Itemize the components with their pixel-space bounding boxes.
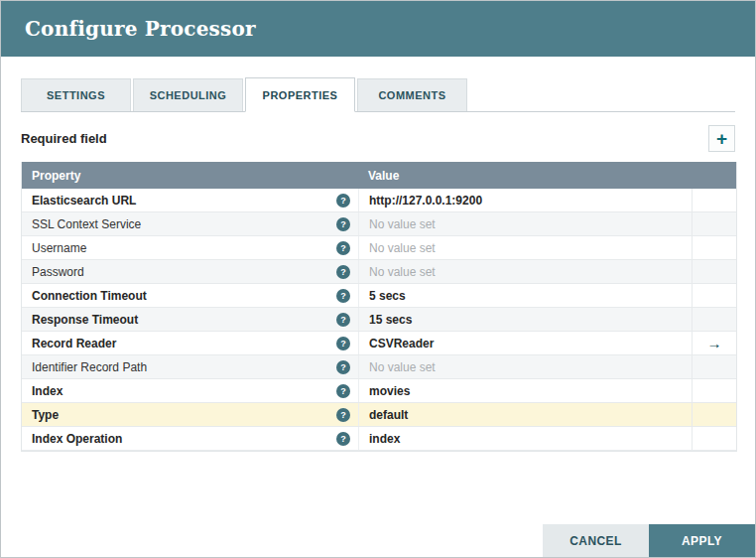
- table-row[interactable]: Elasticsearch URL?http://127.0.0.1:9200: [22, 189, 736, 212]
- property-value: CSVReader: [369, 337, 434, 350]
- row-extra-cell: →: [693, 332, 736, 354]
- help-icon[interactable]: ?: [336, 313, 350, 327]
- property-name: Elasticsearch URL: [32, 194, 136, 208]
- row-extra-cell: [693, 189, 736, 211]
- property-value: 15 secs: [369, 313, 412, 327]
- property-value: No value set: [369, 241, 436, 255]
- property-name: Index Operation: [32, 432, 122, 446]
- value-cell[interactable]: index: [358, 427, 693, 450]
- row-extra-cell: [693, 236, 736, 259]
- table-row[interactable]: Index?movies: [22, 379, 736, 403]
- value-cell[interactable]: http://127.0.0.1:9200: [358, 189, 693, 211]
- go-to-service-icon[interactable]: →: [707, 335, 722, 351]
- dialog-title: Configure Processor: [25, 17, 256, 41]
- property-name: Response Timeout: [32, 313, 138, 327]
- row-extra-cell: [693, 403, 736, 426]
- property-value: movies: [369, 384, 410, 398]
- value-cell[interactable]: No value set: [358, 260, 693, 283]
- row-extra-cell: [693, 379, 736, 402]
- help-icon[interactable]: ?: [336, 432, 350, 446]
- properties-toolbar: Required field +: [21, 124, 735, 152]
- tab-settings[interactable]: SETTINGS: [21, 78, 131, 111]
- help-icon[interactable]: ?: [336, 194, 350, 208]
- property-cell: Username?: [22, 236, 358, 259]
- configure-processor-dialog: Configure Processor SETTINGS SCHEDULING …: [0, 0, 756, 558]
- row-extra-cell: [693, 355, 736, 378]
- property-name: Type: [32, 408, 59, 422]
- table-row[interactable]: Response Timeout?15 secs: [22, 308, 736, 332]
- help-icon[interactable]: ?: [336, 337, 350, 350]
- row-extra-cell: [693, 260, 736, 283]
- property-cell: Password?: [22, 260, 358, 283]
- tab-comments[interactable]: COMMENTS: [357, 78, 467, 111]
- dialog-footer: CANCEL APPLY: [543, 524, 755, 557]
- table-row[interactable]: Username?No value set: [22, 236, 736, 260]
- value-cell[interactable]: No value set: [358, 355, 693, 378]
- dialog-header: Configure Processor: [1, 1, 755, 57]
- tab-bar: SETTINGS SCHEDULING PROPERTIES COMMENTS: [21, 77, 735, 112]
- property-value: index: [369, 432, 400, 446]
- row-extra-cell: [693, 284, 736, 307]
- property-cell: Connection Timeout?: [22, 284, 358, 307]
- row-extra-cell: [693, 427, 736, 450]
- property-cell: Identifier Record Path?: [22, 355, 358, 378]
- properties-table: Property Value Elasticsearch URL?http://…: [21, 162, 737, 452]
- property-name: Username: [32, 241, 86, 255]
- table-row[interactable]: Type?default: [22, 403, 736, 427]
- cancel-button[interactable]: CANCEL: [543, 524, 649, 557]
- table-row[interactable]: Index Operation?index: [22, 427, 736, 451]
- help-icon[interactable]: ?: [336, 360, 350, 374]
- property-value: http://127.0.0.1:9200: [369, 194, 482, 208]
- property-cell: SSL Context Service?: [22, 212, 358, 235]
- apply-button[interactable]: APPLY: [649, 524, 755, 557]
- property-cell: Elasticsearch URL?: [22, 189, 358, 211]
- add-property-button[interactable]: +: [708, 125, 735, 152]
- help-icon[interactable]: ?: [336, 217, 350, 231]
- property-cell: Index?: [22, 379, 358, 402]
- value-cell[interactable]: default: [358, 403, 693, 426]
- properties-table-body: Elasticsearch URL?http://127.0.0.1:9200S…: [22, 189, 736, 451]
- property-cell: Type?: [22, 403, 358, 426]
- row-extra-cell: [693, 212, 736, 235]
- required-field-label: Required field: [21, 131, 107, 146]
- property-name: Password: [32, 265, 84, 279]
- value-cell[interactable]: movies: [358, 379, 693, 402]
- table-row[interactable]: SSL Context Service?No value set: [22, 212, 736, 236]
- help-icon[interactable]: ?: [336, 384, 350, 398]
- value-cell[interactable]: No value set: [358, 212, 693, 235]
- table-header-row: Property Value: [22, 162, 736, 189]
- help-icon[interactable]: ?: [336, 408, 350, 422]
- help-icon[interactable]: ?: [336, 241, 350, 255]
- property-name: Identifier Record Path: [32, 360, 147, 374]
- property-value: No value set: [369, 265, 436, 279]
- table-row[interactable]: Record Reader?CSVReader→: [22, 332, 736, 355]
- plus-icon: +: [716, 129, 727, 148]
- value-cell[interactable]: 5 secs: [358, 284, 693, 307]
- property-cell: Index Operation?: [22, 427, 358, 450]
- value-cell[interactable]: CSVReader: [358, 332, 693, 354]
- property-cell: Response Timeout?: [22, 308, 358, 331]
- row-extra-cell: [693, 308, 736, 331]
- column-header-property: Property: [22, 169, 358, 183]
- property-value: default: [369, 408, 408, 422]
- property-value: No value set: [369, 217, 436, 231]
- property-name: Index: [32, 384, 63, 398]
- property-name: Connection Timeout: [32, 289, 147, 303]
- value-cell[interactable]: 15 secs: [358, 308, 693, 331]
- property-value: 5 secs: [369, 289, 406, 303]
- tab-properties[interactable]: PROPERTIES: [245, 77, 355, 112]
- property-value: No value set: [369, 360, 436, 374]
- tab-scheduling[interactable]: SCHEDULING: [133, 78, 243, 111]
- table-row[interactable]: Password?No value set: [22, 260, 736, 284]
- table-row[interactable]: Identifier Record Path?No value set: [22, 355, 736, 379]
- value-cell[interactable]: No value set: [358, 236, 693, 259]
- property-name: Record Reader: [32, 337, 116, 350]
- help-icon[interactable]: ?: [336, 289, 350, 303]
- property-name: SSL Context Service: [32, 217, 141, 231]
- column-header-value: Value: [358, 169, 693, 183]
- property-cell: Record Reader?: [22, 332, 358, 354]
- table-row[interactable]: Connection Timeout?5 secs: [22, 284, 736, 308]
- help-icon[interactable]: ?: [336, 265, 350, 279]
